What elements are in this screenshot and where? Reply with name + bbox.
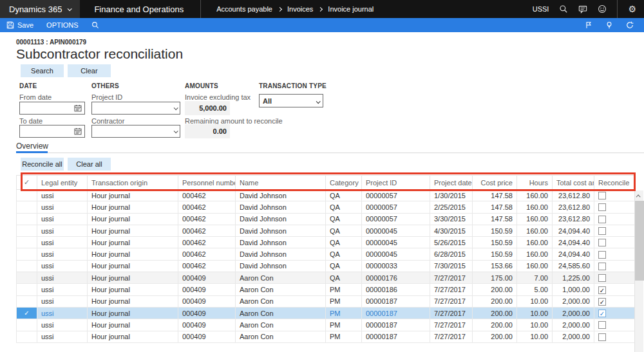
table-row[interactable]: ussiHour journal000462David JohnsonQA000… (17, 213, 635, 225)
breadcrumb-item[interactable]: Invoices (287, 5, 313, 13)
cell-legal-entity[interactable]: ussi (37, 213, 88, 225)
table-row[interactable]: ussiHour journal000462David JohnsonQA000… (17, 237, 635, 248)
cell-personnel[interactable]: 000409 (178, 295, 236, 307)
cell-hours[interactable]: 10.00 (517, 307, 553, 319)
cell-total[interactable]: 23,612.80 (553, 201, 594, 213)
cell-personnel[interactable]: 000462 (178, 190, 236, 201)
cell-name[interactable]: Aaron Con (236, 319, 326, 331)
cell-origin[interactable]: Hour journal (88, 307, 178, 319)
row-selector[interactable] (17, 225, 37, 236)
cell-total[interactable]: 2,000.00 (553, 307, 594, 319)
cell-name[interactable]: Aaron Con (236, 272, 326, 284)
cell-name[interactable]: Aaron Con (236, 295, 326, 307)
row-selector[interactable] (17, 201, 37, 213)
search-button[interactable]: Search (21, 64, 64, 77)
scrollbar-thumb[interactable] (635, 201, 644, 281)
reconcile-checkbox[interactable] (598, 203, 606, 211)
cell-cost-price[interactable]: 147.58 (473, 190, 517, 201)
col-total-cost-amount[interactable]: Total cost amou... (553, 176, 594, 190)
cell-project-date[interactable]: 7/27/2017 (430, 319, 473, 331)
chevron-down-icon[interactable] (174, 106, 178, 110)
table-row[interactable]: ussiHour journal000462David JohnsonQA000… (17, 201, 635, 213)
project-id-combobox[interactable] (91, 102, 180, 115)
cell-personnel[interactable]: 000462 (178, 237, 236, 248)
select-all-check-icon[interactable]: ✓ (24, 178, 30, 186)
cell-project-id[interactable]: 00000187 (362, 307, 430, 319)
cell-legal-entity[interactable]: ussi (37, 272, 88, 284)
cell-personnel[interactable]: 000409 (178, 319, 236, 331)
cell-origin[interactable]: Hour journal (88, 190, 178, 201)
col-legal-entity[interactable]: Legal entity (37, 176, 88, 190)
cell-hours[interactable]: 160.00 (517, 260, 553, 272)
table-row[interactable]: ✓ussiHour journal000409Aaron ConPM000001… (17, 307, 635, 319)
cell-legal-entity[interactable]: ussi (37, 201, 88, 213)
cell-project-date[interactable]: 4/30/2015 (430, 225, 473, 236)
cell-legal-entity[interactable]: ussi (37, 260, 88, 272)
cell-personnel[interactable]: 000409 (178, 331, 236, 342)
cell-name[interactable]: Aaron Con (236, 331, 326, 342)
calendar-icon[interactable] (74, 127, 82, 135)
cell-cost-price[interactable]: 200.00 (473, 331, 517, 342)
tab-overview[interactable]: Overview (16, 142, 48, 151)
actionbar-search-icon[interactable] (91, 21, 99, 29)
cell-hours[interactable]: 10.00 (517, 331, 553, 342)
cell-legal-entity[interactable]: ussi (37, 225, 88, 236)
cell-name[interactable]: David Johnson (236, 201, 326, 213)
cell-hours[interactable]: 10.00 (517, 319, 553, 331)
cell-name[interactable]: David Johnson (236, 260, 326, 272)
cell-personnel[interactable]: 000409 (178, 284, 236, 295)
table-row[interactable]: ussiHour journal000462David JohnsonQA000… (17, 190, 635, 201)
cell-project-date[interactable]: 7/27/2017 (430, 272, 473, 284)
cell-hours[interactable]: 5.00 (517, 284, 553, 295)
cell-cost-price[interactable]: 200.00 (473, 284, 517, 295)
cell-category[interactable]: QA (326, 260, 362, 272)
cell-origin[interactable]: Hour journal (88, 319, 178, 331)
cell-category[interactable]: QA (326, 248, 362, 260)
cell-hours[interactable]: 160.00 (517, 225, 553, 236)
cell-hours[interactable]: 160.00 (517, 248, 553, 260)
cell-project-id[interactable]: 00000045 (362, 248, 430, 260)
row-selector[interactable] (17, 295, 37, 307)
row-selector[interactable] (17, 319, 37, 331)
reconcile-checkbox[interactable] (598, 227, 606, 235)
table-row[interactable]: ussiHour journal000409Aaron ConQA0000017… (17, 272, 635, 284)
row-selector[interactable] (17, 248, 37, 260)
cell-cost-price[interactable]: 147.58 (473, 213, 517, 225)
cell-legal-entity[interactable]: ussi (37, 319, 88, 331)
calendar-icon[interactable] (74, 104, 82, 112)
cell-origin[interactable]: Hour journal (88, 272, 178, 284)
reconcile-checkbox[interactable] (598, 251, 606, 259)
table-row[interactable]: ussiHour journal000462David JohnsonQA000… (17, 248, 635, 260)
cell-project-date[interactable]: 5/26/2015 (430, 237, 473, 248)
cell-total[interactable]: 2,000.00 (553, 319, 594, 331)
reconcile-checkbox[interactable] (598, 192, 606, 199)
cell-total[interactable]: 2,000.00 (553, 331, 594, 342)
cell-project-date[interactable]: 7/27/2017 (430, 284, 473, 295)
cell-cost-price[interactable]: 200.00 (473, 295, 517, 307)
cell-hours[interactable]: 10.00 (517, 295, 553, 307)
cell-project-id[interactable]: 00000176 (362, 272, 430, 284)
cell-category[interactable]: PM (326, 307, 362, 319)
company-badge[interactable]: USSI (533, 5, 549, 13)
cell-origin[interactable]: Hour journal (88, 295, 178, 307)
col-project-date[interactable]: Project date (430, 176, 473, 190)
cell-project-date[interactable]: 2/25/2015 (430, 201, 473, 213)
col-reconcile[interactable]: Reconcile (594, 176, 635, 190)
breadcrumb-item[interactable]: Invoice journal (328, 5, 374, 13)
cell-total[interactable]: 1,000.00 (553, 284, 594, 295)
chevron-down-icon[interactable] (174, 129, 178, 133)
search-icon[interactable] (559, 5, 568, 14)
to-date-input[interactable] (19, 125, 85, 138)
cell-name[interactable]: David Johnson (236, 225, 326, 236)
cell-category[interactable]: QA (326, 225, 362, 236)
reconcile-checkbox[interactable] (598, 333, 606, 341)
col-category[interactable]: Category (326, 176, 362, 190)
cell-legal-entity[interactable]: ussi (37, 248, 88, 260)
reconcile-checkbox[interactable] (598, 263, 606, 270)
cell-project-id[interactable]: 00000057 (362, 190, 430, 201)
from-date-input[interactable] (19, 102, 85, 115)
cell-category[interactable]: PM (326, 284, 362, 295)
cell-total[interactable]: 24,094.40 (553, 237, 594, 248)
cell-origin[interactable]: Hour journal (88, 225, 178, 236)
cell-legal-entity[interactable]: ussi (37, 307, 88, 319)
